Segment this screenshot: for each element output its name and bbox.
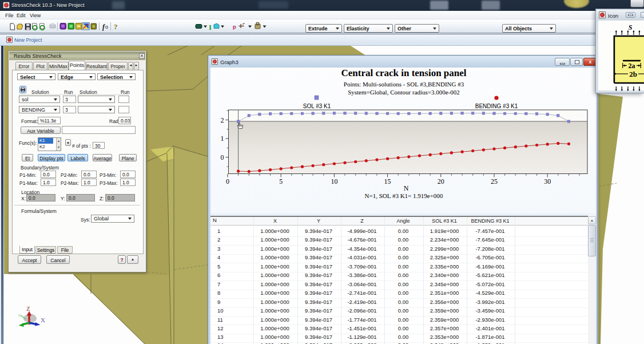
svg-text:2: 2 — [221, 116, 224, 124]
svg-text:p: p — [233, 23, 236, 30]
svg-text:N=1, SOL #3 K1= 1.919e+000: N=1, SOL #3 K1= 1.919e+000 — [365, 192, 443, 199]
svg-text:N: N — [404, 184, 409, 192]
svg-text:25: 25 — [491, 177, 498, 185]
svg-text:2b: 2b — [629, 70, 637, 78]
svg-text:SOL #3 K1: SOL #3 K1 — [303, 103, 331, 109]
svg-text:Y: Y — [18, 313, 21, 318]
svg-text:S: S — [629, 23, 633, 31]
svg-text:30: 30 — [544, 177, 551, 185]
svg-text:15: 15 — [384, 177, 391, 185]
svg-text:10: 10 — [331, 177, 337, 185]
svg-text:2a: 2a — [629, 62, 635, 70]
svg-text:20: 20 — [438, 177, 444, 185]
svg-text:Points: Multi-solutions - SOL: Points: Multi-solutions - SOL #3,BENDING… — [344, 81, 464, 88]
svg-text:System=Global, Contour radius=: System=Global, Contour radius=3.000e-002 — [348, 89, 460, 96]
svg-text:Z: Z — [26, 305, 30, 312]
svg-text:?: ? — [114, 22, 118, 31]
svg-text:BENDING #3 K1: BENDING #3 K1 — [475, 103, 518, 109]
svg-text:0: 0 — [221, 153, 224, 161]
svg-text:X: X — [41, 317, 45, 323]
svg-text:5: 5 — [279, 177, 283, 185]
svg-text:o: o — [105, 24, 108, 30]
svg-text:1: 1 — [221, 135, 224, 143]
svg-text:Central crack in tension panel: Central crack in tension panel — [341, 68, 466, 78]
svg-text:0: 0 — [226, 177, 229, 185]
svg-text:I: I — [209, 23, 212, 31]
